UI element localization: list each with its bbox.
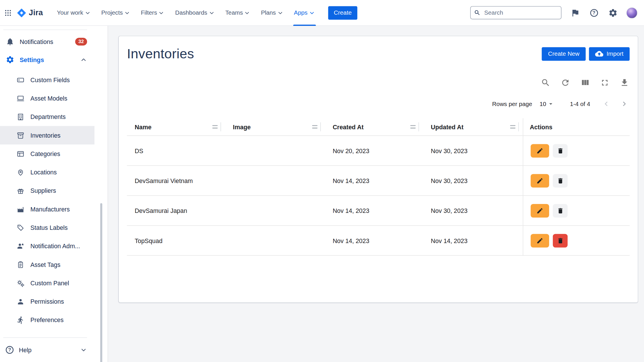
column-header-image[interactable]: Image	[225, 118, 325, 135]
delete-button	[553, 144, 568, 157]
search-input[interactable]	[483, 9, 558, 16]
jira-logo[interactable]: Jira	[16, 7, 43, 18]
nav-projects[interactable]: Projects	[100, 0, 131, 26]
nav-dashboards[interactable]: Dashboards	[174, 0, 215, 26]
trash-icon	[557, 237, 564, 244]
sidebar-item-label: Preferences	[30, 316, 64, 323]
nav-label: Dashboards	[175, 9, 207, 16]
import-button[interactable]: Import	[589, 47, 630, 61]
table-footer-spacer	[127, 256, 630, 284]
sidebar-item-permissions[interactable]: Permissions	[0, 292, 95, 311]
import-label: Import	[607, 51, 624, 57]
app-switcher-button[interactable]	[3, 7, 13, 18]
sidebar-item-custom-fields[interactable]: Custom Fields	[0, 71, 95, 89]
help-button[interactable]: ?	[589, 7, 599, 18]
sidebar-item-preferences[interactable]: Preferences	[0, 311, 95, 329]
gear-icon	[608, 8, 618, 18]
sidebar-item-manufacturers[interactable]: Manufacturers	[0, 200, 95, 218]
sidebar-item-categories[interactable]: Categories	[0, 145, 95, 163]
categories-icon	[16, 150, 25, 158]
nav-teams[interactable]: Teams	[225, 0, 251, 26]
sidebar-item-label: Custom Panel	[30, 280, 69, 286]
notifications-badge: 32	[75, 38, 87, 45]
sidebar-item-label: Manufacturers	[30, 206, 70, 213]
chevron-down-icon	[244, 10, 250, 16]
columns-icon	[580, 78, 590, 87]
column-header-actions: Actions	[523, 118, 630, 135]
manufacturers-icon	[16, 205, 25, 213]
sidebar-item-custom-panel[interactable]: Custom Panel	[0, 274, 95, 292]
delete-button[interactable]	[553, 234, 568, 247]
sidebar-item-help[interactable]: ? Help	[0, 340, 95, 359]
cell-name: DS	[127, 136, 225, 165]
suppliers-icon	[16, 186, 25, 195]
create-new-button[interactable]: Create New	[542, 47, 586, 61]
grid-columns-button[interactable]	[580, 77, 590, 88]
cell-actions	[523, 136, 630, 165]
column-label: Image	[233, 123, 251, 130]
grid-download-button[interactable]	[619, 77, 630, 88]
jira-app-window: Jira Your work Projects Filters Dashboar…	[0, 0, 644, 362]
permissions-icon	[16, 297, 25, 306]
notifications-label: Notifications	[20, 38, 53, 45]
column-header-name[interactable]: Name	[127, 118, 225, 135]
chevron-down-icon	[124, 10, 130, 16]
column-separator[interactable]	[320, 122, 321, 131]
create-button[interactable]: Create	[328, 6, 357, 20]
settings-gear-button[interactable]	[607, 7, 618, 18]
global-search[interactable]	[470, 6, 561, 19]
card-header: Inventories Create New Import	[127, 36, 630, 62]
custom-panel-icon	[16, 279, 25, 287]
sidebar-item-departments[interactable]: Departments	[0, 107, 95, 126]
column-drag-icon[interactable]	[510, 125, 515, 128]
flag-icon	[570, 8, 580, 18]
next-page-button[interactable]	[619, 99, 630, 109]
column-separator[interactable]	[518, 122, 519, 131]
column-separator[interactable]	[221, 122, 221, 131]
sidebar-item-locations[interactable]: Locations	[0, 163, 95, 181]
sidebar-item-label: Asset Tags	[30, 261, 60, 268]
column-drag-icon[interactable]	[410, 125, 416, 128]
cell-actions	[523, 166, 630, 195]
inventories-card: Inventories Create New Import	[119, 36, 638, 303]
grid-fullscreen-button[interactable]	[599, 77, 610, 88]
sidebar-item-status-labels[interactable]: Status Labels	[0, 218, 95, 237]
cloud-upload-icon	[595, 50, 603, 58]
column-header-created-at[interactable]: Created At	[325, 118, 423, 135]
sidebar-item-asset-tags[interactable]: Asset Tags	[0, 255, 95, 274]
departments-icon	[16, 113, 25, 121]
cell-actions	[523, 196, 630, 225]
sidebar-item-suppliers[interactable]: Suppliers	[0, 181, 95, 200]
grid-search-button[interactable]	[540, 77, 551, 88]
previous-page-button[interactable]	[601, 99, 612, 109]
nav-label: Plans	[261, 9, 276, 16]
sidebar-item-notifications[interactable]: Notifications 32	[0, 32, 95, 51]
nav-your-work[interactable]: Your work	[56, 0, 91, 26]
nav-label: Filters	[141, 9, 157, 16]
sidebar-item-asset-models[interactable]: Asset Models	[0, 89, 95, 107]
edit-button[interactable]	[531, 144, 549, 157]
rows-per-page-select[interactable]: 10	[540, 100, 555, 108]
trash-icon	[557, 177, 564, 184]
sidebar-item-notification-admin[interactable]: Notification Adm...	[0, 237, 95, 255]
column-separator[interactable]	[419, 122, 419, 131]
grid-refresh-button[interactable]	[560, 77, 570, 88]
bell-icon	[6, 37, 14, 46]
column-header-updated-at[interactable]: Updated At	[423, 118, 523, 135]
column-drag-icon[interactable]	[212, 125, 218, 128]
sidebar-scrollbar[interactable]	[100, 203, 102, 362]
edit-button[interactable]	[531, 234, 549, 247]
edit-button[interactable]	[531, 174, 549, 187]
edit-button[interactable]	[531, 204, 549, 217]
nav-filters[interactable]: Filters	[140, 0, 165, 26]
chevron-down-icon	[277, 10, 283, 16]
column-drag-icon[interactable]	[312, 125, 318, 128]
nav-plans[interactable]: Plans	[260, 0, 284, 26]
sidebar-item-inventories[interactable]: Inventories	[0, 126, 95, 145]
sidebar-item-settings[interactable]: Settings	[0, 51, 95, 69]
nav-apps[interactable]: Apps	[293, 0, 316, 26]
sidebar-item-label: Categories	[30, 150, 60, 157]
announcements-button[interactable]	[570, 7, 580, 18]
pencil-icon	[536, 177, 543, 184]
user-avatar[interactable]	[626, 7, 638, 18]
